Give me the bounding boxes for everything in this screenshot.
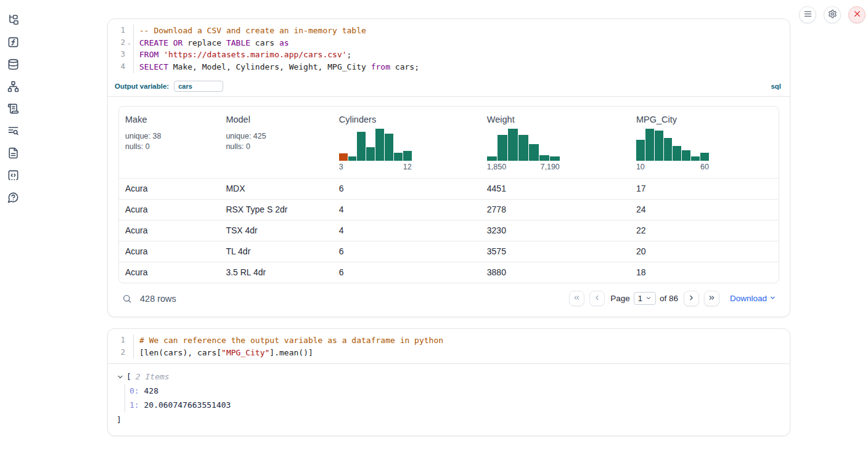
column-title: Weight [487,115,625,124]
output-variable-row: Output variable: sql [108,78,790,97]
table-cell: TL 4dr [219,241,332,262]
stat-line: unique: 38 [125,131,215,142]
table-cell: 24 [630,200,779,220]
table-cell: 17 [630,179,779,199]
table-cell: Acura [119,262,219,283]
code-token [168,38,173,47]
tree-entry: 0: 428 [129,384,780,398]
code-line[interactable]: 4SELECT Make, Model, Cylinders, Weight, … [108,61,790,73]
table-cell: MDX [219,179,332,199]
download-label: Download [730,294,767,303]
close-bracket: ] [117,415,780,424]
histogram-bars [339,129,412,161]
next-page-button[interactable] [684,291,699,306]
table-header-row: Makeunique: 38nulls: 0Modelunique: 425nu… [119,107,779,178]
histogram-bar [497,135,507,161]
code-line[interactable]: 2[len(cars), cars["MPG_City"].mean()] [108,347,790,359]
code-token: -- Download a CSV and create an in-memor… [139,26,366,35]
column-title: Cylinders [339,115,476,124]
code-token: # We can reference the output variable a… [139,336,443,345]
code-line[interactable]: 2⌄CREATE OR replace TABLE cars as [108,37,790,49]
close-icon [853,9,862,20]
code-text: [len(cars), cars["MPG_City"].mean()] [134,347,313,359]
histogram-bar [508,129,518,161]
settings-button[interactable] [824,6,841,23]
document-icon[interactable] [7,147,19,159]
code-line[interactable]: 1-- Download a CSV and create an in-memo… [108,25,790,37]
download-button[interactable]: Download [730,294,776,303]
page-select[interactable]: 1 [634,292,656,305]
table-cell: TSX 4dr [219,220,332,241]
notebook-area: 1-- Download a CSV and create an in-memo… [107,18,790,436]
collapse-chevron-icon[interactable] [117,373,124,381]
histogram-bars [636,129,709,161]
code-token: cars [250,38,279,47]
column-header[interactable]: MPG_City1060 [630,107,779,178]
page-select-value: 1 [638,294,642,303]
tree-entry: 1: 20.060747663551403 [129,398,780,413]
code-token: SELECT [139,62,168,71]
file-tree-icon[interactable] [7,14,19,26]
line-number-gutter: 2 [108,347,134,359]
chevron-down-icon [645,294,652,303]
axis-max-label: 7,190 [541,163,560,171]
fold-chevron-icon[interactable]: ⌄ [125,37,133,49]
histogram-bar [673,146,681,160]
dependency-graph-icon[interactable] [7,81,19,92]
python-output-tree: [ 2 Items 0: 4281: 20.060747663551403 ] [108,363,790,435]
code-token: FROM [139,50,158,59]
code-token: ].mean()] [269,348,313,357]
table-cell: Acura [119,220,219,241]
table-cell: 18 [630,262,779,283]
previous-page-button[interactable] [589,291,605,306]
menu-icon [803,9,813,20]
python-code-editor[interactable]: 1# We can reference the output variable … [108,329,790,363]
table-cell: 3880 [481,262,630,283]
column-header[interactable]: Weight1,8507,190 [481,107,630,178]
items-count-label: 2 Items [136,372,170,381]
histogram-bar [664,138,673,160]
column-header[interactable]: Modelunique: 425nulls: 0 [219,107,332,178]
table-body: AcuraMDX6445117AcuraRSX Type S 2dr427782… [119,178,779,283]
scroll-icon[interactable] [7,103,19,115]
line-number: 1 [121,25,125,37]
search-icon[interactable] [122,294,132,304]
chevron-down-icon [769,294,776,303]
code-line[interactable]: 1# We can reference the output variable … [108,334,790,347]
table-row: AcuraTSX 4dr4323022 [119,220,779,241]
line-number: 3 [121,49,125,61]
axis-min-label: 3 [339,163,343,171]
column-histogram: 1,8507,190 [487,129,560,171]
snippets-icon[interactable] [7,169,19,181]
code-token: ; [347,50,352,59]
menu-button[interactable] [799,6,816,23]
logs-search-icon[interactable] [7,125,19,137]
help-icon[interactable] [7,192,19,203]
histogram-bar [385,134,393,161]
database-icon[interactable] [7,59,19,70]
function-square-icon[interactable] [7,36,19,48]
table-cell: 6 [333,262,481,283]
last-page-button[interactable] [704,291,719,306]
sql-cell: 1-- Download a CSV and create an in-memo… [107,18,790,317]
column-stats: unique: 425nulls: 0 [226,131,327,152]
code-line[interactable]: 3FROM 'https://datasets.marimo.app/cars.… [108,49,790,61]
column-header[interactable]: Makeunique: 38nulls: 0 [119,107,219,178]
chevron-left-icon [593,294,601,304]
close-button[interactable] [848,6,866,23]
histogram-bar [682,150,690,161]
tree-entry-value: 20.060747663551403 [139,400,231,410]
code-text: # We can reference the output variable a… [134,334,443,347]
code-text: CREATE OR replace TABLE cars as [134,37,289,49]
output-variable-input[interactable] [174,81,223,92]
histogram-bar [339,153,348,160]
first-page-button[interactable] [569,291,584,306]
sql-code-editor[interactable]: 1-- Download a CSV and create an in-memo… [108,19,790,78]
line-number-gutter: 4 [108,61,134,73]
table-cell: 6 [333,241,481,262]
column-header[interactable]: Cylinders312 [333,107,481,178]
column-title: Make [125,115,215,124]
histogram-bar [348,156,357,161]
line-number-gutter: 1 [108,25,134,37]
histogram-bar [550,156,560,161]
